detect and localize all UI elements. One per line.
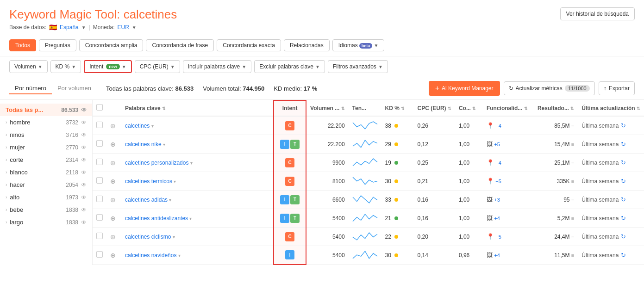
keyword-dropdown-2[interactable]: ▾ xyxy=(190,160,193,166)
keyword-dropdown-1[interactable]: ▾ xyxy=(163,142,165,147)
keyword-link-4[interactable]: calcetines adidas xyxy=(125,197,168,203)
sort-update-icon[interactable]: ⇅ xyxy=(637,106,640,111)
add-keyword-icon-5[interactable]: ⊕ xyxy=(110,215,116,222)
sort-kd-icon[interactable]: ⇅ xyxy=(401,106,405,111)
refresh-icon-5[interactable]: ↻ xyxy=(621,215,626,222)
eye-icon-1[interactable]: 👁 xyxy=(81,119,87,126)
update-metrics-button[interactable]: ↻ Actualizar métricas 11/1000 xyxy=(504,81,595,95)
refresh-icon-1[interactable]: ↻ xyxy=(621,141,626,148)
filter-volumen[interactable]: Volumen ▼ xyxy=(9,60,48,73)
add-keyword-icon-1[interactable]: ⊕ xyxy=(110,141,116,148)
sort-cpc-icon[interactable]: ⇅ xyxy=(448,106,451,111)
sidebar-item-2[interactable]: › niños 3716 👁 xyxy=(0,129,92,141)
func-extra-1[interactable]: +5 xyxy=(494,142,500,147)
row-checkbox-4[interactable] xyxy=(96,196,103,202)
sort-func-icon[interactable]: ⇅ xyxy=(524,106,528,111)
sort-com-icon[interactable]: ⇅ xyxy=(472,106,476,111)
sidebar-item-6[interactable]: › hacer 2054 👁 xyxy=(0,179,92,191)
sidebar-item-0[interactable]: Todas las p... 86.533 👁 xyxy=(0,104,92,116)
add-keyword-icon-7[interactable]: ⊕ xyxy=(110,252,116,259)
filter-kd[interactable]: KD % ▼ xyxy=(50,60,81,73)
tab-concordancia-amplia[interactable]: Concordancia amplia xyxy=(79,39,144,51)
add-to-keyword-manager-button[interactable]: + Al Keyword Manager xyxy=(429,81,500,96)
sidebar-item-1[interactable]: › hombre 3732 👁 xyxy=(0,116,92,129)
sidebar-item-7[interactable]: › alto 1973 👁 xyxy=(0,191,92,203)
filter-excluir[interactable]: Excluir palabras clave ▼ xyxy=(254,60,325,73)
row-checkbox-2[interactable] xyxy=(96,159,103,165)
add-keyword-icon-3[interactable]: ⊕ xyxy=(110,178,116,185)
filter-cpc[interactable]: CPC (EUR) ▼ xyxy=(135,60,180,73)
history-button[interactable]: Ver historial de búsqueda xyxy=(560,7,635,20)
tab-concordancia-frase[interactable]: Concordancia de frase xyxy=(146,39,214,51)
eye-icon-0[interactable]: 👁 xyxy=(81,107,87,113)
keyword-dropdown-5[interactable]: ▾ xyxy=(189,216,192,221)
eye-icon-4[interactable]: 👁 xyxy=(81,157,87,163)
func-extra-0[interactable]: +4 xyxy=(495,123,501,129)
sort-keyword-icon[interactable]: ⇅ xyxy=(162,106,166,111)
row-checkbox-3[interactable] xyxy=(96,177,103,184)
sort-result-icon[interactable]: ⇅ xyxy=(570,106,574,111)
eye-icon-6[interactable]: 👁 xyxy=(81,182,87,188)
keyword-dropdown-4[interactable]: ▾ xyxy=(169,197,171,203)
sort-volume-icon[interactable]: ⇅ xyxy=(341,106,345,111)
tab-relacionadas[interactable]: Relacionadas xyxy=(284,39,330,51)
chevron-db[interactable]: ▼ xyxy=(81,25,86,30)
add-keyword-icon-6[interactable]: ⊕ xyxy=(110,233,116,240)
add-keyword-icon-2[interactable]: ⊕ xyxy=(110,159,116,166)
sidebar-item-9[interactable]: › largo 1838 👁 xyxy=(0,216,92,228)
eye-icon-8[interactable]: 👁 xyxy=(81,207,87,213)
add-keyword-icon-0[interactable]: ⊕ xyxy=(110,122,116,129)
func-extra-5[interactable]: +4 xyxy=(494,216,500,221)
refresh-icon-0[interactable]: ↻ xyxy=(621,122,626,129)
tab-concordancia-exacta[interactable]: Concordancia exacta xyxy=(217,39,281,51)
row-checkbox-7[interactable] xyxy=(96,251,103,258)
func-extra-4[interactable]: +3 xyxy=(494,197,500,203)
tab-todos[interactable]: Todos xyxy=(9,39,36,51)
eye-icon-3[interactable]: 👁 xyxy=(81,144,87,151)
func-extra-6[interactable]: +5 xyxy=(495,234,501,240)
tab-por-numero[interactable]: Por número xyxy=(9,83,52,94)
tab-por-volumen[interactable]: Por volumen xyxy=(52,83,97,94)
func-extra-3[interactable]: +5 xyxy=(495,179,501,184)
refresh-icon-3[interactable]: ↻ xyxy=(621,178,626,185)
keyword-link-7[interactable]: calcetines navideños xyxy=(125,252,176,259)
chevron-currency[interactable]: ▼ xyxy=(132,25,137,30)
refresh-icon-6[interactable]: ↻ xyxy=(621,233,626,240)
func-extra-7[interactable]: +4 xyxy=(494,253,500,258)
eye-icon-7[interactable]: 👁 xyxy=(81,194,87,201)
filter-intent[interactable]: Intentnew ▼ xyxy=(84,60,131,73)
keyword-link-0[interactable]: calcetines xyxy=(125,123,150,129)
row-checkbox-5[interactable] xyxy=(96,214,103,221)
eye-icon-9[interactable]: 👁 xyxy=(81,219,87,226)
db-value[interactable]: España xyxy=(60,24,79,31)
add-keyword-icon-4[interactable]: ⊕ xyxy=(110,196,116,203)
filter-incluir[interactable]: Incluir palabras clave ▼ xyxy=(183,60,252,73)
tab-preguntas[interactable]: Preguntas xyxy=(39,39,76,51)
keyword-link-3[interactable]: calcetines termicos xyxy=(125,178,172,185)
currency-value[interactable]: EUR xyxy=(118,24,129,31)
sidebar-item-4[interactable]: › corte 2314 👁 xyxy=(0,154,92,166)
keyword-dropdown-3[interactable]: ▾ xyxy=(174,179,176,184)
tab-idiomas[interactable]: Idiomasbeta ▼ xyxy=(332,39,385,51)
eye-icon-2[interactable]: 👁 xyxy=(81,132,87,138)
row-checkbox-6[interactable] xyxy=(96,233,103,239)
keyword-dropdown-7[interactable]: ▾ xyxy=(178,253,181,258)
keyword-dropdown-0[interactable]: ▾ xyxy=(151,123,154,129)
keyword-link-1[interactable]: calcetines nike xyxy=(125,141,162,148)
row-checkbox-1[interactable] xyxy=(96,140,103,147)
eye-icon-5[interactable]: 👁 xyxy=(81,169,87,176)
filter-avanzados[interactable]: Filtros avanzados ▼ xyxy=(328,60,388,73)
func-extra-2[interactable]: +4 xyxy=(495,160,501,166)
keyword-link-5[interactable]: calcetines antideslizantes xyxy=(125,215,188,222)
keyword-dropdown-6[interactable]: ▾ xyxy=(173,234,175,240)
keyword-link-6[interactable]: calcetines ciclismo xyxy=(125,234,171,240)
refresh-icon-7[interactable]: ↻ xyxy=(621,252,626,259)
refresh-icon-4[interactable]: ↻ xyxy=(621,196,626,203)
select-all-checkbox[interactable] xyxy=(96,104,103,111)
refresh-icon-2[interactable]: ↻ xyxy=(621,159,626,166)
row-checkbox-0[interactable] xyxy=(96,122,103,128)
export-button[interactable]: ↑ Exportar xyxy=(599,81,635,95)
keyword-link-2[interactable]: calcetines personalizados xyxy=(125,160,188,166)
sidebar-item-5[interactable]: › blanco 2118 👁 xyxy=(0,166,92,179)
sidebar-item-8[interactable]: › bebe 1838 👁 xyxy=(0,203,92,216)
